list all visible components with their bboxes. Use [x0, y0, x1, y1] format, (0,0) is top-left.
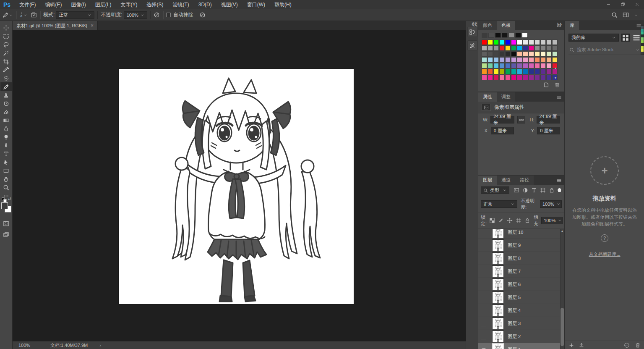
- swatch[interactable]: [488, 45, 493, 51]
- menu-item-帮助(H)[interactable]: 帮助(H): [270, 0, 296, 9]
- type-tool[interactable]: [0, 150, 12, 158]
- layer-thumbnail[interactable]: [493, 331, 503, 342]
- layer-thumbnail[interactable]: [493, 253, 503, 264]
- layer-row[interactable]: 图层 5: [478, 291, 564, 304]
- menu-item-编辑(E)[interactable]: 编辑(E): [40, 0, 66, 9]
- recent-swatch[interactable]: [522, 33, 528, 38]
- swatch[interactable]: [482, 63, 487, 68]
- search-icon[interactable]: [611, 12, 618, 18]
- swatch[interactable]: [529, 39, 534, 45]
- visibility-toggle[interactable]: [478, 252, 489, 265]
- swap-colors-icon[interactable]: ⇄: [8, 197, 11, 201]
- visibility-eye-icon[interactable]: [478, 343, 489, 349]
- swatch[interactable]: [546, 69, 552, 74]
- visibility-toggle[interactable]: [478, 330, 489, 343]
- snapshot-panel-icon[interactable]: [467, 40, 477, 50]
- blur-tool[interactable]: [0, 124, 12, 133]
- tab-swatches[interactable]: 色板: [497, 21, 515, 30]
- swatch[interactable]: [534, 51, 540, 57]
- menu-item-文字(Y)[interactable]: 文字(Y): [116, 0, 142, 9]
- collapsed-color-ramp[interactable]: [641, 26, 644, 55]
- swatch[interactable]: [493, 45, 499, 51]
- menu-item-窗口(W)[interactable]: 窗口(W): [242, 0, 270, 9]
- grid-view-icon[interactable]: [621, 34, 630, 42]
- layer-thumbnail[interactable]: [493, 266, 503, 277]
- menu-item-图层(L)[interactable]: 图层(L): [91, 0, 116, 9]
- swatch[interactable]: [540, 39, 546, 45]
- cc-icon[interactable]: [624, 342, 630, 348]
- y-field[interactable]: 0 厘米: [537, 127, 560, 134]
- swatch[interactable]: [499, 39, 505, 45]
- plus-icon[interactable]: [568, 342, 574, 348]
- layer-row[interactable]: 图层 1: [478, 343, 564, 349]
- height-field[interactable]: 24.69 厘米: [537, 116, 560, 123]
- document-tab[interactable]: 素材1.gif @ 100% (图层 1, RGB/8) ×: [13, 21, 98, 30]
- swatch[interactable]: [493, 69, 499, 74]
- minimize-icon[interactable]: [601, 0, 615, 9]
- tab-paths[interactable]: 路径: [515, 176, 534, 185]
- layer-row[interactable]: 图层 3: [478, 317, 564, 330]
- close-window-icon[interactable]: [630, 0, 644, 9]
- filter-toggle[interactable]: [557, 188, 562, 193]
- newitem-icon[interactable]: [543, 82, 549, 88]
- swatch[interactable]: [493, 57, 499, 63]
- swatch[interactable]: [540, 63, 546, 68]
- swatch[interactable]: [546, 63, 552, 68]
- swatch[interactable]: [523, 45, 528, 51]
- swatch[interactable]: [517, 45, 522, 51]
- chevron-down-icon[interactable]: [9, 13, 13, 17]
- swatch[interactable]: [493, 39, 499, 45]
- mode-select[interactable]: 正常: [56, 11, 94, 19]
- trash-icon[interactable]: [554, 82, 560, 88]
- collapse-dock-icon[interactable]: ❮❮: [472, 22, 477, 26]
- pen-tool[interactable]: [0, 141, 12, 150]
- frame-icon[interactable]: [516, 218, 521, 223]
- swatch[interactable]: [511, 69, 516, 74]
- scroll-up-icon[interactable]: ▲: [554, 66, 557, 70]
- swatch[interactable]: [511, 45, 516, 51]
- layer-row[interactable]: 图层 2: [478, 330, 564, 343]
- swatch[interactable]: [482, 69, 487, 74]
- recent-swatch[interactable]: [502, 33, 508, 38]
- swatch[interactable]: [493, 51, 499, 57]
- swatch[interactable]: [505, 69, 511, 74]
- swatch[interactable]: [546, 39, 552, 45]
- adjust-icon[interactable]: [522, 187, 528, 193]
- swatch[interactable]: [534, 39, 540, 45]
- swatch[interactable]: [499, 69, 505, 74]
- lockpad-icon[interactable]: [549, 187, 555, 193]
- swatch[interactable]: [523, 51, 528, 57]
- swatch[interactable]: [482, 75, 487, 80]
- menu-item-选择(S)[interactable]: 选择(S): [142, 0, 168, 9]
- swatch[interactable]: [540, 51, 546, 57]
- eyedropper-tool[interactable]: [0, 66, 12, 74]
- layer-row[interactable]: 图层 7: [478, 265, 564, 278]
- swatch[interactable]: [552, 51, 558, 57]
- visibility-toggle[interactable]: [478, 291, 489, 304]
- marquee-tool[interactable]: [0, 32, 12, 40]
- swatch[interactable]: [517, 69, 522, 74]
- swatch[interactable]: [493, 63, 499, 68]
- swatch[interactable]: [523, 57, 528, 63]
- dodge-tool[interactable]: [0, 133, 12, 141]
- x-field[interactable]: 0 厘米: [491, 127, 514, 134]
- swatch[interactable]: [505, 63, 511, 68]
- tab-adjustments[interactable]: 调整: [497, 92, 515, 102]
- menu-item-3D(D)[interactable]: 3D(D): [194, 0, 216, 9]
- magic-wand-tool[interactable]: [0, 49, 12, 57]
- visibility-toggle[interactable]: [478, 317, 489, 330]
- swatch[interactable]: [482, 57, 487, 63]
- layer-row[interactable]: 图层 8: [478, 252, 564, 265]
- swatch[interactable]: [529, 63, 534, 68]
- collapse-dock-icon[interactable]: ❯❯: [556, 22, 562, 26]
- visibility-toggle[interactable]: [478, 304, 489, 317]
- swatch[interactable]: [499, 63, 505, 68]
- swatch[interactable]: [523, 39, 528, 45]
- canvas[interactable]: [119, 69, 354, 304]
- swatch[interactable]: [529, 69, 534, 74]
- pencil-tool[interactable]: [0, 82, 12, 91]
- swatch[interactable]: [546, 45, 552, 51]
- swatch[interactable]: [534, 45, 540, 51]
- swatch[interactable]: [488, 75, 493, 80]
- lasso-tool[interactable]: [0, 40, 12, 49]
